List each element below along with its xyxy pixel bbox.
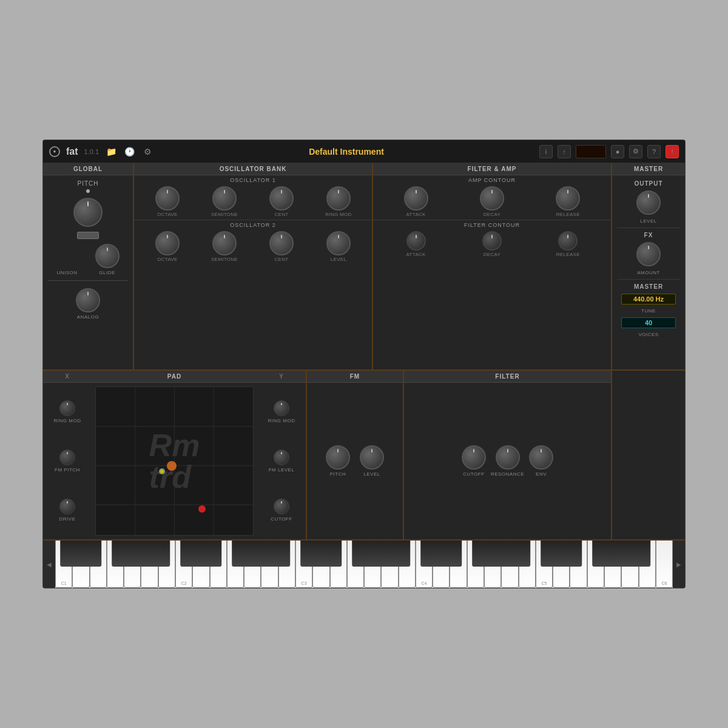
clock-icon[interactable]: 🕐 bbox=[123, 146, 135, 158]
white-key[interactable] bbox=[399, 541, 416, 588]
white-key[interactable] bbox=[158, 541, 175, 588]
fm-pitch-knob[interactable] bbox=[326, 445, 350, 470]
osc2-semitone-knob[interactable] bbox=[212, 231, 237, 255]
white-key[interactable] bbox=[364, 541, 381, 588]
x-drive-knob[interactable] bbox=[59, 499, 75, 514]
y-ringmod-knob[interactable] bbox=[274, 400, 289, 416]
analog-knob[interactable] bbox=[76, 288, 100, 312]
filter-cutoff-group: CUTOFF bbox=[462, 445, 486, 477]
white-key[interactable]: C6 bbox=[656, 541, 673, 588]
help-button[interactable]: ? bbox=[647, 145, 661, 158]
osc2-octave-group bbox=[155, 231, 180, 255]
osc1-knob-row bbox=[134, 185, 372, 212]
osc1-octave-knob[interactable] bbox=[155, 186, 180, 211]
info-button[interactable]: i bbox=[539, 145, 553, 158]
settings-button[interactable]: ⚙ bbox=[629, 145, 642, 158]
pitch-dot bbox=[86, 189, 90, 193]
white-key[interactable]: C2 bbox=[175, 541, 192, 588]
white-key[interactable] bbox=[90, 541, 107, 588]
amp-decay-knob[interactable] bbox=[480, 186, 504, 211]
white-key[interactable] bbox=[347, 541, 364, 588]
fc-decay-knob[interactable] bbox=[482, 231, 502, 251]
fc-release-knob[interactable] bbox=[558, 231, 578, 251]
master-divider1 bbox=[617, 228, 680, 228]
midi-button[interactable]: ● bbox=[611, 145, 624, 158]
white-key[interactable] bbox=[553, 541, 570, 588]
osc2-knob-row bbox=[134, 230, 372, 257]
analog-area: ANALOG bbox=[48, 283, 128, 325]
pitch-slider[interactable] bbox=[77, 232, 99, 239]
osc1-cent-knob[interactable] bbox=[269, 186, 294, 211]
y-cutoff-knob[interactable] bbox=[274, 499, 289, 514]
pitch-knob-container[interactable] bbox=[71, 195, 105, 229]
osc1-label-row: OCTAVE SEMITONE CENT RING MOD bbox=[134, 212, 372, 220]
white-key[interactable] bbox=[141, 541, 158, 588]
pitch-knob[interactable] bbox=[73, 198, 103, 227]
white-key[interactable]: C1 bbox=[55, 541, 72, 588]
white-key[interactable]: C5 bbox=[536, 541, 553, 588]
osc2-octave-knob[interactable] bbox=[155, 231, 180, 255]
fc-attack-knob[interactable] bbox=[406, 231, 426, 251]
amp-attack-knob[interactable] bbox=[404, 186, 428, 211]
amp-release-knob[interactable] bbox=[556, 186, 580, 211]
tune-value[interactable]: 440.00 Hz bbox=[621, 294, 676, 305]
unison-glide-row: UNISON GLIDE bbox=[48, 241, 128, 278]
white-key[interactable] bbox=[450, 541, 467, 588]
global-top: PITCH UNISON bbox=[43, 175, 133, 329]
pad-canvas[interactable]: Rmtrd bbox=[95, 386, 254, 536]
upload-button[interactable]: ↑ bbox=[558, 145, 571, 158]
white-key[interactable]: C3 bbox=[295, 541, 312, 588]
filter-resonance-knob[interactable] bbox=[496, 445, 520, 470]
white-key[interactable] bbox=[484, 541, 501, 588]
x-fmpitch-knob[interactable] bbox=[59, 450, 75, 465]
amp-release-group bbox=[556, 186, 580, 211]
y-fmlevel-group: FM LEVEL bbox=[269, 450, 295, 473]
white-key[interactable] bbox=[604, 541, 621, 588]
white-key[interactable] bbox=[244, 541, 261, 588]
voices-value[interactable]: 40 bbox=[621, 317, 676, 328]
filter-cutoff-knob[interactable] bbox=[462, 445, 486, 470]
fx-amount-knob[interactable] bbox=[636, 242, 661, 266]
folder-icon[interactable]: 📁 bbox=[105, 146, 117, 158]
osc2-level-knob[interactable] bbox=[326, 231, 351, 255]
keyboard-scroll-right[interactable]: ▶ bbox=[673, 541, 685, 588]
output-level-knob[interactable] bbox=[636, 190, 661, 215]
white-key[interactable] bbox=[330, 541, 347, 588]
white-key[interactable] bbox=[278, 541, 295, 588]
white-key[interactable] bbox=[467, 541, 484, 588]
white-key[interactable] bbox=[519, 541, 536, 588]
white-key[interactable] bbox=[639, 541, 656, 588]
white-key[interactable] bbox=[192, 541, 209, 588]
white-key[interactable] bbox=[587, 541, 604, 588]
keyboard-scroll-left[interactable]: ◀ bbox=[43, 541, 55, 588]
x-ringmod-knob[interactable] bbox=[59, 400, 75, 416]
white-key[interactable] bbox=[107, 541, 124, 588]
filter-env-knob[interactable] bbox=[529, 445, 553, 470]
white-key[interactable] bbox=[72, 541, 89, 588]
fm-level-knob[interactable] bbox=[360, 445, 384, 470]
preset-name[interactable]: Default Instrument bbox=[160, 147, 533, 157]
osc1-semitone-knob[interactable] bbox=[212, 186, 237, 211]
alert-button[interactable]: ! bbox=[666, 145, 679, 158]
white-key[interactable] bbox=[381, 541, 398, 588]
white-key[interactable] bbox=[570, 541, 587, 588]
white-key[interactable] bbox=[261, 541, 278, 588]
osc1-ringmod-knob[interactable] bbox=[326, 186, 351, 211]
filter-bottom-section: FILTER CUTOFF RESONANCE ENV bbox=[404, 371, 612, 539]
white-key[interactable] bbox=[312, 541, 329, 588]
white-key[interactable] bbox=[621, 541, 638, 588]
glide-knob[interactable] bbox=[95, 244, 120, 268]
osc2-cent-knob[interactable] bbox=[269, 231, 294, 255]
white-key[interactable] bbox=[501, 541, 518, 588]
keyboard-area[interactable]: C1C2C3C4C5C6 bbox=[55, 541, 673, 588]
white-key[interactable] bbox=[433, 541, 450, 588]
osc2-header: OSCILLATOR 2 bbox=[134, 220, 372, 230]
pitch-knob-tick bbox=[87, 201, 89, 206]
title-bar: ● fat 1.0.1 📁 🕐 ⚙ Default Instrument i ↑… bbox=[43, 140, 685, 163]
y-fmlevel-knob[interactable] bbox=[274, 450, 289, 465]
white-key[interactable]: C4 bbox=[416, 541, 433, 588]
white-key[interactable] bbox=[210, 541, 227, 588]
white-key[interactable] bbox=[227, 541, 244, 588]
sliders-icon[interactable]: ⚙ bbox=[141, 146, 153, 158]
white-key[interactable] bbox=[124, 541, 141, 588]
